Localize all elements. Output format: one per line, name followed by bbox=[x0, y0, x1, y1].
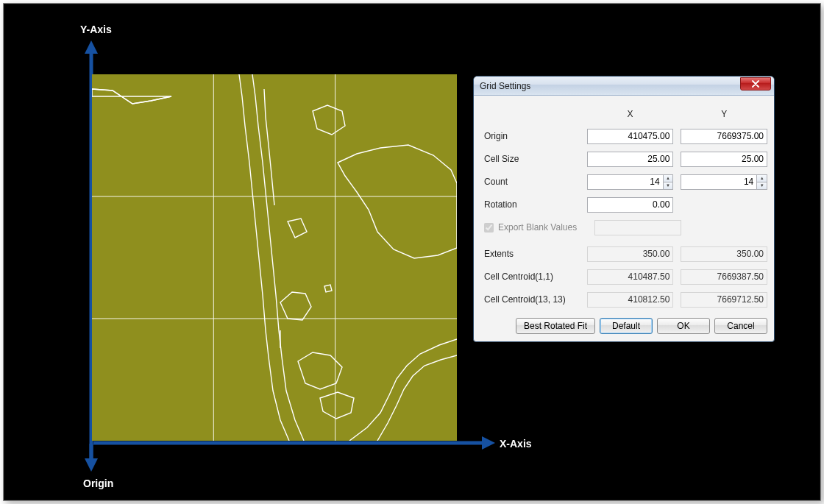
export-blank-slot bbox=[594, 220, 681, 235]
row-origin: Origin bbox=[484, 125, 767, 147]
label-cellsize: Cell Size bbox=[484, 154, 580, 164]
close-button[interactable] bbox=[740, 77, 771, 90]
label-centroid13: Cell Centroid(13, 13) bbox=[484, 294, 580, 305]
label-origin: Origin bbox=[484, 131, 580, 141]
svg-marker-5 bbox=[85, 458, 98, 472]
row-centroid1: Cell Centroid(1,1) 410487.50 7669387.50 bbox=[484, 266, 767, 288]
input-count-x[interactable] bbox=[587, 174, 663, 190]
header-x: X bbox=[587, 109, 674, 119]
row-count: Count ▲ ▼ bbox=[484, 171, 767, 193]
input-origin-y[interactable] bbox=[681, 129, 767, 144]
header-row: X Y bbox=[484, 103, 767, 125]
dialog-title: Grid Settings bbox=[480, 81, 740, 91]
map-canvas: Y-Axis X-Axis Origin bbox=[4, 4, 820, 500]
spin-down-count-x[interactable]: ▼ bbox=[663, 182, 674, 190]
origin-arrow bbox=[82, 444, 101, 472]
row-export-blank: Export Blank Values bbox=[484, 216, 767, 238]
row-rotation: Rotation bbox=[484, 194, 767, 216]
origin-label: Origin bbox=[83, 478, 113, 489]
ok-button[interactable]: OK bbox=[657, 318, 710, 334]
svg-marker-1 bbox=[85, 40, 98, 54]
checkbox-export-blank bbox=[484, 223, 494, 233]
dialog-body: X Y Origin Cell Size Count bbox=[474, 96, 774, 341]
svg-marker-3 bbox=[482, 436, 495, 450]
label-export-blank: Export Blank Values bbox=[498, 222, 577, 233]
default-button[interactable]: Default bbox=[600, 318, 653, 334]
value-centroid13-y: 7669712.50 bbox=[681, 292, 767, 308]
close-icon bbox=[751, 80, 760, 88]
cancel-button[interactable]: Cancel bbox=[714, 318, 767, 334]
x-axis-label: X-Axis bbox=[500, 438, 532, 450]
map-svg bbox=[92, 74, 457, 441]
grid-settings-dialog: Grid Settings X Y Origin bbox=[473, 76, 775, 342]
row-extents: Extents 350.00 350.00 bbox=[484, 243, 767, 265]
value-centroid1-x: 410487.50 bbox=[587, 269, 674, 285]
value-centroid1-y: 7669387.50 bbox=[681, 269, 767, 285]
label-count: Count bbox=[484, 177, 580, 187]
y-axis-label: Y-Axis bbox=[80, 24, 112, 35]
input-count-y[interactable] bbox=[681, 174, 756, 190]
header-y: Y bbox=[681, 109, 767, 119]
value-extents-y: 350.00 bbox=[681, 246, 767, 262]
value-extents-x: 350.00 bbox=[587, 246, 674, 262]
spin-up-count-x[interactable]: ▲ bbox=[663, 174, 674, 182]
input-cellsize-x[interactable] bbox=[587, 152, 674, 167]
dialog-titlebar[interactable]: Grid Settings bbox=[474, 77, 774, 96]
spin-down-count-y[interactable]: ▼ bbox=[756, 182, 767, 190]
label-extents: Extents bbox=[484, 249, 580, 259]
value-centroid13-x: 410812.50 bbox=[587, 292, 674, 308]
app-frame: Y-Axis X-Axis Origin bbox=[3, 3, 821, 501]
label-rotation: Rotation bbox=[484, 199, 580, 210]
label-centroid1: Cell Centroid(1,1) bbox=[484, 271, 580, 282]
map-area[interactable] bbox=[92, 74, 457, 441]
spin-up-count-y[interactable]: ▲ bbox=[756, 174, 767, 182]
row-centroid13: Cell Centroid(13, 13) 410812.50 7669712.… bbox=[484, 288, 767, 310]
row-cellsize: Cell Size bbox=[484, 148, 767, 170]
button-row: Best Rotated Fit Default OK Cancel bbox=[484, 318, 767, 334]
input-rotation[interactable] bbox=[587, 197, 674, 213]
best-rotated-fit-button[interactable]: Best Rotated Fit bbox=[516, 318, 595, 334]
input-origin-x[interactable] bbox=[587, 129, 674, 144]
input-cellsize-y[interactable] bbox=[681, 152, 767, 167]
